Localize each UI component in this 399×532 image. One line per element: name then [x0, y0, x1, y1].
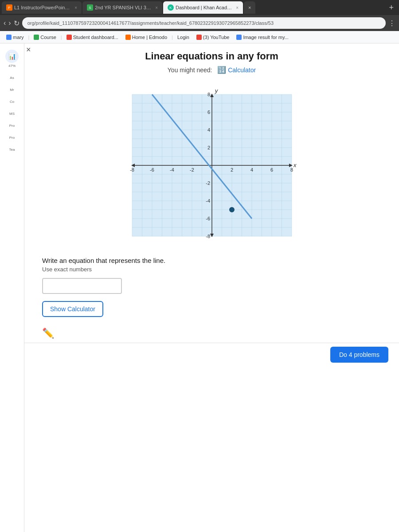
tab-powerpoint[interactable]: P L1 InstructorPowerPoint Ch06 p ×: [2, 1, 82, 14]
bookmark-mary[interactable]: mary: [4, 34, 26, 41]
page-title: Linear equations in any form: [145, 51, 278, 62]
tab-extra[interactable]: ×: [244, 1, 255, 14]
sidebar-item-3[interactable]: MS: [0, 108, 24, 118]
graph-container: [24, 81, 399, 250]
address-bar-row: ‹ › ↻ org/profile/kaid_11107875972320004…: [0, 15, 399, 31]
bottom-bar: Do 4 problems: [24, 343, 399, 366]
ka-content: × Linear equations in any form You might…: [24, 43, 399, 532]
show-calculator-button[interactable]: Show Calculator: [42, 301, 103, 317]
tab-close-icon[interactable]: ×: [155, 5, 158, 10]
do-problems-button[interactable]: Do 4 problems: [330, 347, 388, 363]
ka-header: Linear equations in any form You might n…: [24, 43, 399, 81]
reload-button[interactable]: ↻: [14, 19, 20, 27]
write-equation-label: Write an equation that represents the li…: [42, 257, 381, 264]
coordinate-graph[interactable]: [119, 81, 305, 250]
sidebar-percent-icon: 📊: [5, 50, 19, 63]
new-tab-button[interactable]: +: [385, 3, 397, 12]
scratch-area: ✏️: [24, 324, 399, 343]
sidebar-item-percent[interactable]: 📊 47%: [0, 47, 24, 70]
you-might-need: You might need: 🔢 Calculator: [168, 66, 256, 74]
bookmark-youtube[interactable]: (3) YouTube: [194, 34, 232, 41]
tab-spanish[interactable]: S 2nd YR SPANISH VLI 3(A) | Sch ×: [82, 1, 162, 14]
bookmark-edmodo[interactable]: Home | Edmodo: [123, 34, 170, 41]
close-button[interactable]: ×: [26, 45, 31, 55]
forward-button[interactable]: ›: [8, 19, 11, 27]
calculator-icon: 🔢: [217, 66, 226, 74]
calculator-link[interactable]: 🔢 Calculator: [217, 66, 256, 74]
sidebar-item-5[interactable]: Pro: [0, 132, 24, 142]
bookmark-login[interactable]: Login: [175, 34, 192, 41]
answer-input[interactable]: [42, 278, 122, 294]
main-content: 📊 47% As Mr Co MS Pro Pro Tea × Linear e: [0, 43, 399, 532]
use-exact-label: Use exact numbers: [42, 266, 381, 273]
back-button[interactable]: ‹: [4, 19, 6, 27]
address-bar[interactable]: org/profile/kaid_11107875972320004146176…: [22, 17, 386, 29]
below-graph: Write an equation that represents the li…: [24, 250, 399, 324]
bookmark-course[interactable]: Course: [31, 34, 59, 41]
sidebar-item-1[interactable]: Mr: [0, 84, 24, 94]
sidebar-item-2[interactable]: Co: [0, 96, 24, 106]
bookmarks-bar: mary | Course | Student dashboard... Hom…: [0, 31, 399, 43]
browser-chrome: P L1 InstructorPowerPoint Ch06 p × S 2nd…: [0, 0, 399, 43]
tab-bar: P L1 InstructorPowerPoint Ch06 p × S 2nd…: [0, 0, 399, 15]
sidebar-item-6[interactable]: Tea: [0, 144, 24, 154]
sidebar: 📊 47% As Mr Co MS Pro Pro Tea: [0, 43, 24, 532]
tab-close-icon[interactable]: ×: [74, 5, 77, 10]
graph-wrapper: [119, 81, 305, 250]
bookmark-image-result[interactable]: Image result for my...: [234, 34, 291, 41]
tab-khan-academy[interactable]: K Dashboard | Khan Academy ×: [163, 1, 243, 14]
sidebar-item-4[interactable]: Pro: [0, 120, 24, 130]
extensions-button[interactable]: ⋮: [388, 19, 395, 27]
address-text: org/profile/kaid_11107875972320004146176…: [27, 20, 274, 26]
sidebar-item-0[interactable]: As: [0, 72, 24, 82]
scratch-icon: ✏️: [42, 328, 54, 339]
bookmark-student-dashboard[interactable]: Student dashboard...: [64, 34, 121, 41]
tab-close-icon[interactable]: ×: [236, 5, 239, 10]
